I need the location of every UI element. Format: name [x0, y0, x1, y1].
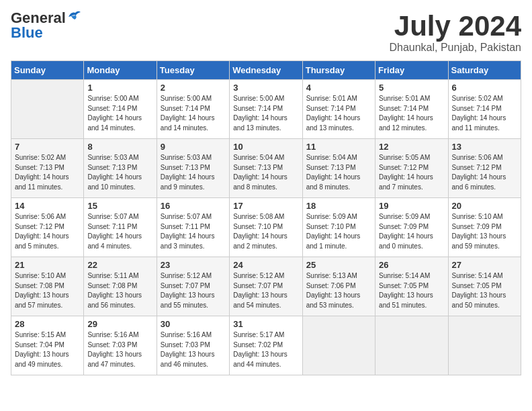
day-info: Sunrise: 5:10 AM Sunset: 7:08 PM Dayligh… [15, 271, 80, 310]
day-info: Sunrise: 5:09 AM Sunset: 7:10 PM Dayligh… [306, 212, 371, 251]
day-number: 11 [306, 142, 371, 152]
header-cell-monday: Monday [84, 61, 157, 80]
day-info: Sunrise: 5:00 AM Sunset: 7:14 PM Dayligh… [233, 94, 298, 133]
calendar-table: SundayMondayTuesdayWednesdayThursdayFrid… [11, 60, 521, 375]
calendar-cell: 3Sunrise: 5:00 AM Sunset: 7:14 PM Daylig… [230, 80, 302, 139]
day-info: Sunrise: 5:08 AM Sunset: 7:10 PM Dayligh… [233, 212, 298, 251]
calendar-cell [302, 316, 375, 375]
calendar-body: 1Sunrise: 5:00 AM Sunset: 7:14 PM Daylig… [11, 80, 521, 375]
day-number: 30 [161, 319, 226, 329]
logo-blue-text: Blue [11, 26, 82, 40]
day-info: Sunrise: 5:00 AM Sunset: 7:14 PM Dayligh… [161, 94, 226, 133]
calendar-cell: 18Sunrise: 5:09 AM Sunset: 7:10 PM Dayli… [302, 198, 375, 257]
day-number: 16 [161, 201, 226, 211]
calendar-cell: 6Sunrise: 5:02 AM Sunset: 7:14 PM Daylig… [448, 80, 521, 139]
day-info: Sunrise: 5:13 AM Sunset: 7:06 PM Dayligh… [306, 271, 371, 310]
header-cell-tuesday: Tuesday [157, 61, 229, 80]
day-info: Sunrise: 5:02 AM Sunset: 7:14 PM Dayligh… [452, 94, 517, 133]
calendar-cell: 13Sunrise: 5:06 AM Sunset: 7:12 PM Dayli… [448, 139, 521, 198]
day-number: 21 [15, 260, 80, 270]
day-number: 29 [87, 319, 152, 329]
header-cell-sunday: Sunday [11, 61, 84, 80]
day-info: Sunrise: 5:12 AM Sunset: 7:07 PM Dayligh… [161, 271, 226, 310]
day-info: Sunrise: 5:07 AM Sunset: 7:11 PM Dayligh… [87, 212, 152, 251]
day-number: 26 [379, 260, 444, 270]
day-number: 7 [15, 142, 80, 152]
logo-general-text: General [11, 11, 66, 26]
calendar-cell: 7Sunrise: 5:02 AM Sunset: 7:13 PM Daylig… [11, 139, 84, 198]
calendar-cell: 28Sunrise: 5:15 AM Sunset: 7:04 PM Dayli… [11, 316, 84, 375]
day-number: 3 [233, 83, 298, 93]
calendar-cell: 2Sunrise: 5:00 AM Sunset: 7:14 PM Daylig… [157, 80, 229, 139]
calendar-cell: 11Sunrise: 5:04 AM Sunset: 7:13 PM Dayli… [302, 139, 375, 198]
calendar-week-row: 7Sunrise: 5:02 AM Sunset: 7:13 PM Daylig… [11, 139, 521, 198]
day-info: Sunrise: 5:15 AM Sunset: 7:04 PM Dayligh… [15, 330, 80, 369]
day-number: 4 [306, 83, 371, 93]
day-number: 2 [161, 83, 226, 93]
calendar-week-row: 21Sunrise: 5:10 AM Sunset: 7:08 PM Dayli… [11, 257, 521, 316]
day-info: Sunrise: 5:07 AM Sunset: 7:11 PM Dayligh… [161, 212, 226, 251]
day-number: 25 [306, 260, 371, 270]
day-info: Sunrise: 5:04 AM Sunset: 7:13 PM Dayligh… [306, 153, 371, 192]
calendar-cell: 26Sunrise: 5:14 AM Sunset: 7:05 PM Dayli… [375, 257, 448, 316]
day-number: 17 [233, 201, 298, 211]
calendar-cell: 31Sunrise: 5:17 AM Sunset: 7:02 PM Dayli… [230, 316, 302, 375]
calendar-cell: 19Sunrise: 5:09 AM Sunset: 7:09 PM Dayli… [375, 198, 448, 257]
header-cell-thursday: Thursday [302, 61, 375, 80]
calendar-cell [375, 316, 448, 375]
day-info: Sunrise: 5:16 AM Sunset: 7:03 PM Dayligh… [161, 330, 226, 369]
calendar-cell: 10Sunrise: 5:04 AM Sunset: 7:13 PM Dayli… [230, 139, 302, 198]
month-title: July 2024 [389, 11, 521, 42]
day-info: Sunrise: 5:00 AM Sunset: 7:14 PM Dayligh… [87, 94, 152, 133]
calendar-cell: 1Sunrise: 5:00 AM Sunset: 7:14 PM Daylig… [84, 80, 157, 139]
calendar-cell: 25Sunrise: 5:13 AM Sunset: 7:06 PM Dayli… [302, 257, 375, 316]
day-number: 24 [233, 260, 298, 270]
calendar-cell: 8Sunrise: 5:03 AM Sunset: 7:13 PM Daylig… [84, 139, 157, 198]
logo: General Blue [11, 11, 82, 40]
day-number: 6 [452, 83, 517, 93]
day-number: 27 [452, 260, 517, 270]
day-info: Sunrise: 5:01 AM Sunset: 7:14 PM Dayligh… [306, 94, 371, 133]
calendar-cell [448, 316, 521, 375]
calendar-cell: 24Sunrise: 5:12 AM Sunset: 7:07 PM Dayli… [230, 257, 302, 316]
day-number: 28 [15, 319, 80, 329]
calendar-cell: 20Sunrise: 5:10 AM Sunset: 7:09 PM Dayli… [448, 198, 521, 257]
logo-bird-icon [67, 10, 82, 22]
day-number: 1 [87, 83, 152, 93]
day-info: Sunrise: 5:12 AM Sunset: 7:07 PM Dayligh… [233, 271, 298, 310]
calendar-cell: 12Sunrise: 5:05 AM Sunset: 7:12 PM Dayli… [375, 139, 448, 198]
day-number: 18 [306, 201, 371, 211]
day-info: Sunrise: 5:14 AM Sunset: 7:05 PM Dayligh… [452, 271, 517, 310]
day-number: 14 [15, 201, 80, 211]
calendar-cell: 5Sunrise: 5:01 AM Sunset: 7:14 PM Daylig… [375, 80, 448, 139]
location-text: Dhaunkal, Punjab, Pakistan [389, 42, 521, 54]
calendar-cell: 21Sunrise: 5:10 AM Sunset: 7:08 PM Dayli… [11, 257, 84, 316]
day-number: 12 [379, 142, 444, 152]
calendar-week-row: 14Sunrise: 5:06 AM Sunset: 7:12 PM Dayli… [11, 198, 521, 257]
day-number: 5 [379, 83, 444, 93]
calendar-header-row: SundayMondayTuesdayWednesdayThursdayFrid… [11, 61, 521, 80]
calendar-cell: 15Sunrise: 5:07 AM Sunset: 7:11 PM Dayli… [84, 198, 157, 257]
day-info: Sunrise: 5:06 AM Sunset: 7:12 PM Dayligh… [15, 212, 80, 251]
calendar-cell: 22Sunrise: 5:11 AM Sunset: 7:08 PM Dayli… [84, 257, 157, 316]
calendar-cell: 23Sunrise: 5:12 AM Sunset: 7:07 PM Dayli… [157, 257, 229, 316]
calendar-week-row: 28Sunrise: 5:15 AM Sunset: 7:04 PM Dayli… [11, 316, 521, 375]
day-number: 22 [87, 260, 152, 270]
day-info: Sunrise: 5:16 AM Sunset: 7:03 PM Dayligh… [87, 330, 152, 369]
day-number: 23 [161, 260, 226, 270]
day-info: Sunrise: 5:09 AM Sunset: 7:09 PM Dayligh… [379, 212, 444, 251]
day-info: Sunrise: 5:14 AM Sunset: 7:05 PM Dayligh… [379, 271, 444, 310]
day-number: 8 [87, 142, 152, 152]
calendar-cell: 9Sunrise: 5:03 AM Sunset: 7:13 PM Daylig… [157, 139, 229, 198]
day-number: 15 [87, 201, 152, 211]
day-info: Sunrise: 5:11 AM Sunset: 7:08 PM Dayligh… [87, 271, 152, 310]
calendar-cell: 27Sunrise: 5:14 AM Sunset: 7:05 PM Dayli… [448, 257, 521, 316]
calendar-cell: 14Sunrise: 5:06 AM Sunset: 7:12 PM Dayli… [11, 198, 84, 257]
day-info: Sunrise: 5:03 AM Sunset: 7:13 PM Dayligh… [161, 153, 226, 192]
day-number: 9 [161, 142, 226, 152]
page-header: General Blue July 2024 Dhaunkal, Punjab,… [11, 11, 521, 54]
calendar-cell: 4Sunrise: 5:01 AM Sunset: 7:14 PM Daylig… [302, 80, 375, 139]
calendar-week-row: 1Sunrise: 5:00 AM Sunset: 7:14 PM Daylig… [11, 80, 521, 139]
day-number: 13 [452, 142, 517, 152]
calendar-cell: 17Sunrise: 5:08 AM Sunset: 7:10 PM Dayli… [230, 198, 302, 257]
